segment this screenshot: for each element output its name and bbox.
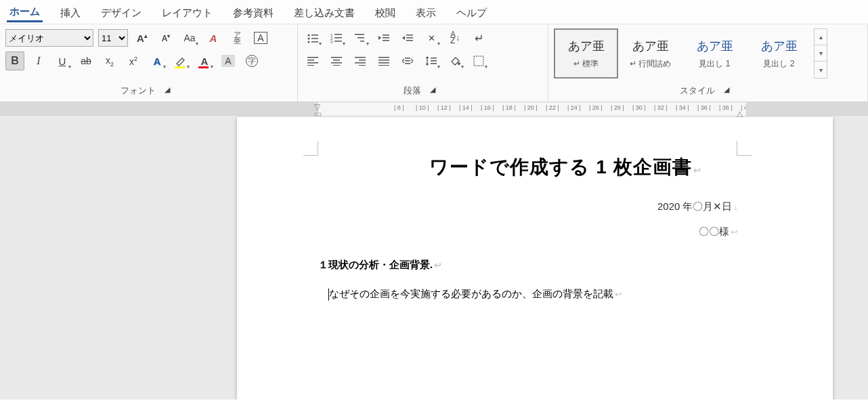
svg-point-0	[308, 35, 310, 37]
menu-tab-8[interactable]: ヘルプ	[454, 5, 490, 22]
italic-button[interactable]: I	[29, 51, 48, 70]
enclose-characters-button[interactable]: 字	[242, 51, 261, 70]
justify-button[interactable]	[374, 51, 393, 70]
paragraph-mark-icon: ↩	[434, 260, 441, 270]
menu-tab-7[interactable]: 表示	[413, 5, 439, 22]
ribbon: メイリオ 11 A▴ A▾ Aa▾ A ア亜 A B I U▾ ab x2 x2…	[0, 24, 868, 102]
align-right-button[interactable]	[351, 51, 370, 70]
ruler-tick: | 34 |	[676, 104, 689, 111]
ruler-margin-left	[237, 102, 318, 116]
line-spacing-button[interactable]: ▾	[422, 51, 441, 70]
align-left-button[interactable]	[303, 51, 322, 70]
document-page[interactable]: ワードで作成する 1 枚企画書↩ 2020 年〇月✕日↓ 〇〇様↩ １現状の分析…	[237, 117, 833, 399]
justify-icon	[378, 56, 389, 66]
superscript-button[interactable]: x2	[124, 51, 143, 70]
doc-title[interactable]: ワードで作成する 1 枚企画書	[429, 156, 691, 177]
style-name: 見出し 1	[699, 58, 730, 70]
outdent-icon	[378, 33, 390, 43]
shrink-font-button[interactable]: A▾	[156, 28, 175, 47]
ruler-tick: | 36 |	[697, 104, 711, 111]
styles-expand[interactable]: ▾	[815, 62, 827, 78]
doc-recipient[interactable]: 〇〇様	[699, 225, 729, 237]
font-size-select[interactable]: 11	[98, 29, 128, 47]
menu-tab-1[interactable]: 挿入	[58, 5, 83, 22]
svg-rect-11	[334, 41, 342, 42]
style-card-0[interactable]: あア亜↵ 標準	[554, 28, 618, 79]
svg-rect-17	[383, 40, 389, 41]
paragraph-dialog-launcher[interactable]: ◢	[423, 80, 442, 99]
ruler-margin-right	[746, 102, 868, 116]
svg-rect-19	[406, 37, 413, 39]
align-center-button[interactable]	[327, 51, 346, 70]
strikethrough-button[interactable]: ab	[77, 51, 95, 70]
menu-tab-0[interactable]: ホーム	[7, 3, 43, 22]
grow-font-button[interactable]: A▴	[133, 28, 152, 47]
font-dialog-launcher[interactable]: ◢	[158, 80, 177, 99]
ruler-tick: | 10 |	[416, 104, 429, 111]
svg-rect-35	[378, 62, 389, 64]
shading-button[interactable]: ▾	[446, 51, 464, 70]
menu-tab-5[interactable]: 差し込み文書	[291, 5, 357, 22]
paragraph-mark-icon: ↩	[731, 227, 738, 237]
svg-rect-29	[355, 57, 366, 58]
style-card-3[interactable]: あア亜見出し 2	[747, 28, 811, 79]
subscript-button[interactable]: x2	[100, 51, 119, 70]
styles-scroll-up[interactable]: ▴	[815, 29, 827, 45]
bullets-button[interactable]: ▾	[303, 28, 322, 47]
styles-dialog-launcher[interactable]: ◢	[717, 80, 736, 99]
svg-rect-38	[405, 60, 410, 62]
font-name-select[interactable]: メイリオ	[5, 29, 93, 47]
font-color-button[interactable]: A▾	[195, 51, 214, 70]
doc-date[interactable]: 2020 年〇月✕日	[657, 200, 733, 212]
svg-rect-40	[431, 58, 437, 59]
bullets-icon	[307, 33, 319, 43]
decrease-indent-button[interactable]	[374, 28, 393, 47]
ruler-tick: | 18 |	[502, 104, 516, 111]
svg-rect-16	[383, 37, 389, 39]
menu-tab-4[interactable]: 参考資料	[230, 5, 276, 22]
doc-heading1[interactable]: １現状の分析・企画背景.	[318, 259, 433, 270]
style-card-1[interactable]: あア亜↵ 行間詰め	[618, 28, 682, 79]
asian-layout-button[interactable]: ✕▾	[422, 28, 441, 47]
style-preview: あア亜	[697, 38, 733, 54]
bold-button[interactable]: B	[5, 51, 24, 70]
increase-indent-button[interactable]	[398, 28, 417, 47]
character-shading-button[interactable]: A	[219, 51, 238, 70]
svg-rect-44	[474, 56, 483, 66]
svg-rect-9	[334, 37, 342, 39]
change-case-button[interactable]: Aa▾	[180, 28, 199, 47]
multilevel-list-button[interactable]: ▾	[351, 28, 370, 47]
align-left-icon	[307, 56, 318, 66]
indent-icon	[402, 33, 414, 43]
svg-point-43	[458, 62, 460, 65]
sort-button[interactable]: AZ↓	[446, 28, 464, 47]
menu-tab-2[interactable]: デザイン	[98, 5, 144, 22]
svg-rect-34	[378, 60, 389, 61]
style-card-2[interactable]: あア亜見出し 1	[682, 28, 747, 79]
svg-point-4	[308, 41, 310, 43]
doc-body1[interactable]: なぜその企画を今実施する必要があるのか、企画の背景を記載	[329, 288, 613, 299]
phonetic-guide-button[interactable]: ア亜	[227, 28, 246, 47]
styles-scroll-down[interactable]: ▾	[815, 45, 827, 62]
paragraph-mark-icon: ↩	[615, 289, 622, 299]
distributed-icon	[402, 56, 414, 66]
ruler-tick: | 28 |	[611, 104, 624, 111]
numbering-button[interactable]: 123▾	[327, 28, 346, 47]
menu-tab-3[interactable]: レイアウト	[159, 5, 215, 22]
style-name: 見出し 2	[763, 58, 794, 70]
borders-icon	[473, 56, 484, 66]
svg-rect-36	[378, 65, 389, 66]
menu-bar: ホーム挿入デザインレイアウト参考資料差し込み文書校閲表示ヘルプ	[0, 0, 868, 24]
show-marks-button[interactable]: ↵	[469, 28, 488, 47]
svg-rect-22	[307, 60, 314, 61]
horizontal-ruler[interactable]: | 8 || 10 || 12 || 14 || 16 || 18 || 20 …	[0, 102, 868, 116]
text-effects-button[interactable]: A▾	[148, 51, 167, 70]
svg-rect-14	[360, 41, 364, 42]
highlight-color-button[interactable]: ▾	[171, 51, 190, 70]
character-border-button[interactable]: A	[251, 28, 270, 47]
clear-formatting-button[interactable]: A	[204, 28, 223, 47]
menu-tab-6[interactable]: 校閲	[372, 5, 398, 22]
borders-button[interactable]: ▾	[469, 51, 488, 70]
underline-button[interactable]: U▾	[53, 51, 72, 70]
distributed-button[interactable]	[398, 51, 417, 70]
